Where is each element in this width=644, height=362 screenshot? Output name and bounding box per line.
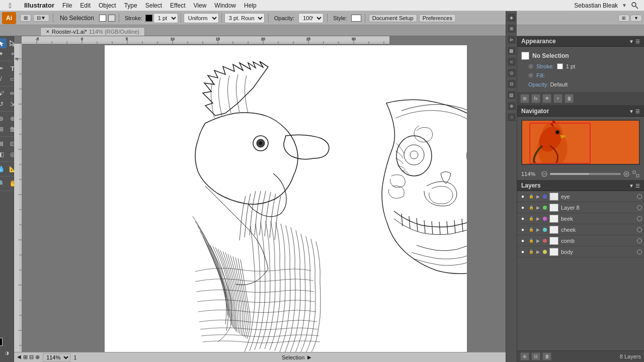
stroke-color-appearance[interactable] xyxy=(557,63,563,69)
panel-icon-2[interactable]: ⊞ xyxy=(507,24,516,33)
app-panel-icon-stroke[interactable]: ⊞ xyxy=(520,94,529,103)
layer-layer8-lock[interactable]: 🔒 xyxy=(528,205,535,210)
magic-wand-tool[interactable]: ✦ xyxy=(0,49,7,59)
app-panel-icon-eye[interactable]: 👁 xyxy=(542,94,551,103)
stroke-swatch-white[interactable] xyxy=(108,15,115,22)
stroke-weight-select[interactable]: 1 pt xyxy=(153,13,178,23)
layer-cheek-arrow[interactable]: ▶ xyxy=(536,227,541,232)
layers-collapse-btn[interactable]: ▼ xyxy=(629,183,634,189)
paintbrush-tool[interactable]: 🖌 xyxy=(0,88,7,99)
layer-comb[interactable]: ● 🔒 ▶ comb xyxy=(517,235,644,246)
artwork-svg[interactable] xyxy=(105,45,467,357)
layer-comb-target[interactable] xyxy=(637,238,642,243)
menu-select[interactable]: Select xyxy=(141,2,166,9)
layer-layer8-visibility[interactable]: ● xyxy=(519,205,526,210)
layer-body-arrow[interactable]: ▶ xyxy=(536,249,541,254)
menu-file[interactable]: File xyxy=(58,2,76,9)
selection-tool[interactable] xyxy=(0,38,7,48)
artboard-left-btn[interactable]: ◀ xyxy=(17,354,21,360)
layer-body-lock[interactable]: 🔒 xyxy=(528,249,535,254)
layer-body-target[interactable] xyxy=(637,249,642,254)
layer-eye[interactable]: ● 🔒 ▶ eye xyxy=(517,191,644,202)
workspace-arrange-btn[interactable]: ▼ xyxy=(630,15,642,22)
perspective-tool[interactable]: ⊠ xyxy=(0,139,7,149)
panel-icon-7[interactable]: ⊟ xyxy=(507,79,516,88)
layer-eye-target[interactable] xyxy=(637,194,642,199)
panel-icon-3[interactable]: ⊳ xyxy=(507,35,516,44)
warp-tool[interactable]: ⊛ xyxy=(0,114,7,124)
status-artboard-nav[interactable]: ▶ xyxy=(307,354,311,360)
layer-cheek-target[interactable] xyxy=(637,227,642,232)
menu-type[interactable]: Type xyxy=(120,2,141,9)
layer-comb-arrow[interactable]: ▶ xyxy=(536,238,541,243)
delete-layer-btn[interactable]: 🗑 xyxy=(542,352,551,360)
menu-window[interactable]: Window xyxy=(210,2,240,9)
user-menu-arrow[interactable]: ▼ xyxy=(622,3,627,8)
opacity-select[interactable]: 100% xyxy=(298,13,324,23)
layer-layer8-target[interactable] xyxy=(637,205,642,210)
layer-eye-lock[interactable]: 🔒 xyxy=(528,194,535,199)
workspace-btn[interactable]: ⊟▼ xyxy=(33,14,49,22)
panel-icon-6[interactable]: ◎ xyxy=(507,68,516,77)
gradient-mode-btn[interactable]: ◑ xyxy=(2,348,13,358)
opacity-appearance-row[interactable]: Opacity: Default xyxy=(528,80,640,89)
document-tab[interactable]: ✕ Rooster-v1.ai* 114% (RGB/Outline) xyxy=(40,27,145,36)
layer-eye-visibility[interactable]: ● xyxy=(519,194,526,199)
panel-icon-10[interactable]: ☆ xyxy=(507,113,516,122)
panel-icon-4[interactable]: ▦ xyxy=(507,46,516,55)
stroke-cap-select[interactable]: 3 pt. Round xyxy=(224,13,265,23)
doc-setup-button[interactable]: Document Setup xyxy=(369,14,417,22)
layer-beek-target[interactable] xyxy=(637,216,642,221)
stroke-appearance-row[interactable]: Stroke: 1 pt xyxy=(528,62,640,71)
layer-layer8[interactable]: ● 🔒 ▶ Layer 8 xyxy=(517,202,644,213)
fill-mode-btn[interactable]: ▭ xyxy=(0,348,1,358)
menu-object[interactable]: Object xyxy=(95,2,120,9)
pen-tool[interactable]: ✒ xyxy=(0,63,7,73)
navigator-collapse-btn[interactable]: ▼ xyxy=(629,109,634,114)
layer-beek-arrow[interactable]: ▶ xyxy=(536,216,541,221)
eyedropper-tool[interactable]: 💧 xyxy=(0,164,7,174)
background-color[interactable] xyxy=(0,338,3,346)
app-panel-icon-trash[interactable]: 🗑 xyxy=(565,94,574,103)
layer-options-btn[interactable]: ⊟ xyxy=(531,352,540,360)
zoom-select[interactable]: 114% xyxy=(43,353,70,361)
line-tool[interactable]: / xyxy=(0,74,7,84)
appearance-menu-btn[interactable]: ☰ xyxy=(635,39,640,44)
menu-help[interactable]: Help xyxy=(240,2,261,9)
layer-eye-arrow[interactable]: ▶ xyxy=(536,194,541,199)
gradient-tool[interactable]: ◧ xyxy=(0,149,7,159)
navigator-thumbnail[interactable] xyxy=(521,120,640,165)
appearance-collapse-btn[interactable]: ▼ xyxy=(629,39,634,44)
navigator-menu-btn[interactable]: ☰ xyxy=(635,109,640,114)
layer-cheek[interactable]: ● 🔒 ▶ cheek xyxy=(517,224,644,235)
panel-toggle-btn[interactable]: ⊞ xyxy=(618,15,629,22)
layer-comb-lock[interactable]: 🔒 xyxy=(528,238,535,243)
app-panel-icon-fx[interactable]: fx xyxy=(531,94,540,103)
layer-cheek-lock[interactable]: 🔒 xyxy=(528,227,535,232)
menu-edit[interactable]: Edit xyxy=(76,2,95,9)
zoom-in-icon[interactable] xyxy=(623,170,630,177)
layer-comb-visibility[interactable]: ● xyxy=(519,238,526,243)
rotate-tool[interactable]: ↺ xyxy=(0,99,7,109)
layers-menu-btn[interactable]: ☰ xyxy=(635,183,640,189)
menu-view[interactable]: View xyxy=(190,2,211,9)
apple-menu[interactable]:  xyxy=(0,2,20,10)
preferences-button[interactable]: Preferences xyxy=(419,14,456,22)
panel-icon-5[interactable]: ⊂ xyxy=(507,57,516,66)
nav-expand-icon[interactable] xyxy=(632,170,640,178)
fill-appearance-row[interactable]: Fill: xyxy=(528,71,640,80)
layer-body[interactable]: ● 🔒 ▶ body xyxy=(517,246,644,257)
zoom-out-icon[interactable] xyxy=(541,170,548,177)
zoom-slider[interactable] xyxy=(550,173,621,175)
layer-cheek-visibility[interactable]: ● xyxy=(519,227,526,232)
layer-layer8-arrow[interactable]: ▶ xyxy=(536,205,541,210)
arrange-btn[interactable]: ⊞ xyxy=(20,14,31,22)
layer-body-visibility[interactable]: ● xyxy=(519,249,526,254)
shape-builder-tool[interactable]: ⊞ xyxy=(0,124,7,134)
menu-effect[interactable]: Effect xyxy=(166,2,189,9)
panel-icon-8[interactable]: ▧ xyxy=(507,90,516,100)
fill-swatch[interactable] xyxy=(99,15,106,22)
tab-close-btn[interactable]: ✕ xyxy=(46,29,50,34)
stroke-type-select[interactable]: Uniform xyxy=(184,13,219,23)
panel-icon-9[interactable]: ⊕ xyxy=(507,102,516,111)
